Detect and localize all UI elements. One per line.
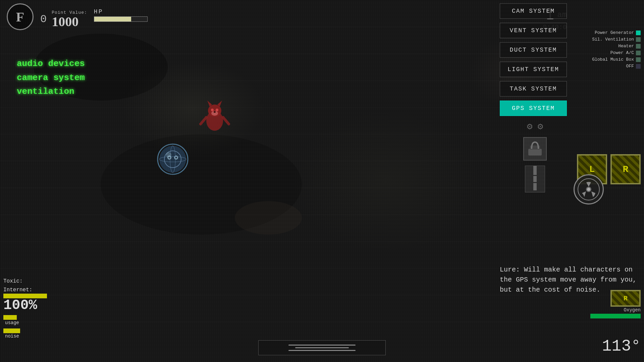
temperature-display: 113° [602,337,641,355]
power-ac-label: Power A/C [610,50,634,55]
building-magnet-icon [523,137,547,161]
svg-point-19 [166,152,171,158]
power-generator-indicator [636,31,641,35]
temperature-value: 113° [602,337,641,355]
svg-point-9 [214,111,216,113]
left-menu: audio devices camera system ventilation [17,57,85,99]
power-ventilation-indicator [636,37,641,42]
svg-point-6 [211,109,214,111]
figure-icons-row: ⚙ ⚙ [498,121,572,132]
ball-entity [154,141,191,178]
pipe-icon-area [498,166,572,192]
hp-bar-fill [94,17,131,21]
vent-system-button[interactable]: VENT SYSTEM [500,23,567,38]
shadow-patch [235,201,302,235]
svg-line-5 [223,117,229,124]
hp-bar [94,16,148,22]
usage-bar [3,315,17,320]
power-off-label: OFF [626,64,634,69]
hp-label: HP [94,8,148,15]
lure-description: Lure: Will make all characters on the GP… [500,265,641,295]
usage-label: usage [5,320,19,325]
oxygen-area: Oxygen [590,307,641,318]
light-system-button[interactable]: LIGHT SYSTEM [500,62,567,77]
noise-line [0,295,644,295]
building-icon-area [498,137,572,161]
figure-icon-2: ⚙ [538,121,543,132]
gps-system-button[interactable]: GPS SYSTEM [500,101,567,116]
internet-row: Internet: 100% [3,287,47,312]
left-menu-item-ventilation[interactable]: ventilation [17,85,85,99]
internet-percent: 100% [3,298,47,312]
left-menu-item-audio[interactable]: audio devices [17,57,85,71]
svg-line-4 [201,117,206,124]
oxygen-label: Oxygen [590,307,641,313]
pipe-tank-icon [525,166,545,192]
noise-line [0,241,644,242]
cam-system-button[interactable]: CAM SYSTEM [500,3,567,19]
power-row-ventilation: Sil. Ventilation [574,37,641,42]
pipe-bar-2 [533,176,537,182]
pipe-bar-1 [533,166,537,175]
power-musicbox-label: Global Music Box [592,57,634,62]
right-door-button[interactable]: R [610,154,641,184]
svg-point-11 [159,146,186,173]
power-musicbox-indicator [636,57,641,62]
svg-point-7 [216,109,218,111]
logo-f-letter: F [16,9,24,25]
points-area: 0 Point Value: 1000 [40,10,87,28]
mid-right-panel: ⚙ ⚙ [498,121,572,192]
power-off-indicator [636,64,641,69]
toxic-row: Toxic: [3,278,47,284]
lure-description-text: Lure: Will make all characters on the GP… [500,266,637,294]
power-generator-label: Power Generator [595,30,634,35]
power-ventilation-label: Sil. Ventilation [592,37,634,42]
noise-line [0,215,644,215]
bottom-bar-lines [288,345,356,351]
power-row-musicbox: Global Music Box [574,57,641,62]
power-row-ac: Power A/C [574,50,641,55]
power-panel: Power Generator Sil. Ventilation Heater … [574,30,641,69]
noise-line [0,322,644,322]
usage-row: usage [3,315,47,326]
foxy-entity [195,97,235,137]
duct-system-button[interactable]: DUCT SYSTEM [500,42,567,58]
point-value-number: 1000 [52,15,87,28]
task-system-button[interactable]: TASK SYSTEM [500,81,567,97]
power-row-generator: Power Generator [574,30,641,35]
power-ac-indicator [636,51,641,55]
shadow-patch [101,134,302,235]
bar-line-2 [295,347,349,348]
noise-row: noise [3,328,47,339]
noise-label: noise [5,334,19,339]
power-row-off: OFF [574,64,641,69]
noise-bar [3,328,20,333]
hp-area: HP [94,8,148,22]
left-menu-item-camera[interactable]: camera system [17,71,85,85]
lure-button[interactable] [574,174,604,204]
toxic-label: Toxic: [3,278,23,284]
pipe-bar-3 [533,183,537,190]
coin-counter: 0 [40,13,47,25]
power-heater-label: Heater [618,44,634,49]
power-heater-indicator [636,44,641,49]
oxygen-bar [590,314,641,318]
bar-line-1 [288,345,356,346]
bottom-center-bar [258,340,386,355]
figure-icon-1: ⚙ [527,121,533,132]
power-row-heater: Heater [574,44,641,49]
bottom-left-stats: Toxic: Internet: 100% usage noise [3,278,47,342]
svg-rect-20 [528,149,542,156]
bar-line-3 [288,350,356,351]
svg-point-24 [587,188,590,191]
internet-label: Internet: [3,287,32,293]
logo-icon: F [7,3,34,30]
